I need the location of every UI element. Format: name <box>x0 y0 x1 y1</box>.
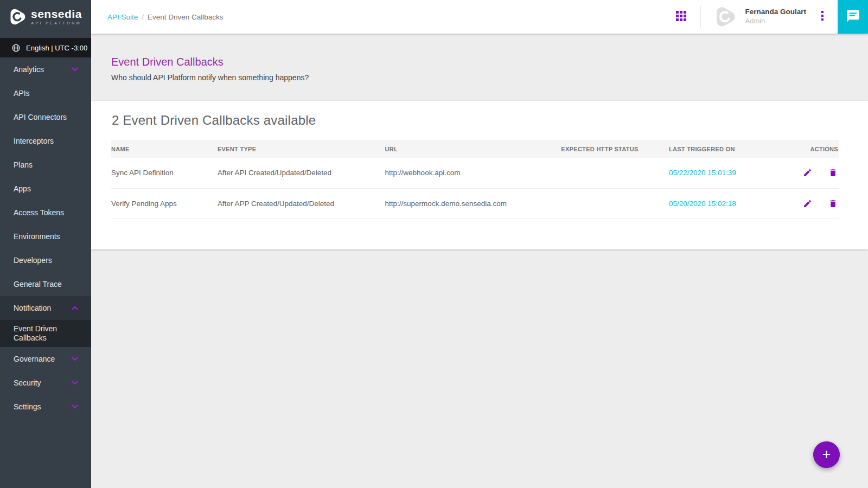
language-label: English | UTC -3:00 <box>26 44 87 52</box>
table-row: Verify Pending Apps After APP Created/Up… <box>111 188 839 219</box>
callbacks-table: NAME EVENT TYPE URL EXPECTED HTTP STATUS… <box>111 140 839 219</box>
brand-name: sensedia <box>31 8 82 20</box>
chevron-down-icon <box>72 357 78 361</box>
cell-url: http://supermock.demo.sensedia.com <box>385 188 561 219</box>
sensedia-pick-icon <box>7 7 27 27</box>
chevron-down-icon <box>72 404 78 409</box>
sidebar-item-event-driven-callbacks[interactable]: Event Driven Callbacks <box>0 320 91 347</box>
sidebar-item-access-tokens[interactable]: Access Tokens <box>0 201 91 224</box>
topbar: API Suite / Event Driven Callbacks Ferna… <box>91 0 868 34</box>
brand-logo[interactable]: sensedia API PLATFORM <box>0 0 91 34</box>
sidebar: sensedia API PLATFORM English | UTC -3:0… <box>0 0 91 488</box>
breadcrumb: API Suite / Event Driven Callbacks <box>107 13 672 21</box>
table-row: Sync API Definition After API Created/Up… <box>111 158 839 188</box>
column-header-event-type: EVENT TYPE <box>218 140 385 158</box>
delete-button[interactable] <box>827 197 839 210</box>
delete-button[interactable] <box>827 166 839 179</box>
main-content: Event Driven Callbacks Who should API Pl… <box>91 34 868 488</box>
trash-icon <box>828 168 838 177</box>
breadcrumb-current: Event Driven Callbacks <box>148 13 224 21</box>
column-header-name: NAME <box>111 140 218 158</box>
sidebar-item-apps[interactable]: Apps <box>0 177 91 201</box>
cell-name: Verify Pending Apps <box>111 188 218 219</box>
cell-event-type: After APP Created/Updated/Deleted <box>218 188 385 219</box>
cell-name: Sync API Definition <box>111 158 218 188</box>
table-header-row: NAME EVENT TYPE URL EXPECTED HTTP STATUS… <box>111 140 839 158</box>
edit-button[interactable] <box>801 166 814 179</box>
user-name: Fernanda Goulart <box>745 8 806 17</box>
sidebar-item-apis[interactable]: APIs <box>0 81 91 105</box>
page-subtitle: Who should API Platform notify when some… <box>111 73 846 82</box>
breadcrumb-separator: / <box>142 13 144 21</box>
user-role: Admin <box>745 17 806 25</box>
sidebar-menu: Analytics APIs API Connectors Intercepto… <box>0 57 91 419</box>
avatar[interactable] <box>712 4 737 29</box>
column-header-expected-http-status: EXPECTED HTTP STATUS <box>561 140 669 158</box>
sidebar-item-environments[interactable]: Environments <box>0 224 91 248</box>
user-info: Fernanda Goulart Admin <box>745 8 806 25</box>
language-selector[interactable]: English | UTC -3:00 <box>0 38 91 57</box>
sidebar-item-security[interactable]: Security <box>0 371 91 395</box>
pencil-icon <box>803 199 812 208</box>
chat-support-button[interactable] <box>838 0 868 34</box>
chat-icon <box>846 9 860 25</box>
user-menu-button[interactable] <box>816 8 829 26</box>
apps-grid-button[interactable] <box>672 7 691 28</box>
apps-grid-icon <box>676 11 686 23</box>
cell-event-type: After API Created/Updated/Deleted <box>218 158 385 188</box>
column-header-last-triggered-on: LAST TRIGGERED ON <box>669 140 797 158</box>
cell-last-triggered-on: 05/22/2020 15:01:39 <box>669 158 797 188</box>
cell-last-triggered-on: 05/20/2020 15:02:18 <box>669 188 797 219</box>
brand-tagline: API PLATFORM <box>31 21 82 25</box>
globe-icon <box>11 43 21 53</box>
sidebar-item-interceptors[interactable]: Interceptors <box>0 129 91 153</box>
edit-button[interactable] <box>801 197 814 210</box>
topbar-divider <box>700 6 701 28</box>
add-callback-button[interactable]: + <box>813 441 840 468</box>
callbacks-panel: 2 Event Driven Callbacks available NAME … <box>91 101 868 249</box>
cell-expected-http-status <box>561 158 669 188</box>
breadcrumb-api-suite[interactable]: API Suite <box>107 13 138 21</box>
chevron-down-icon <box>72 67 78 72</box>
sidebar-item-general-trace[interactable]: General Trace <box>0 272 91 296</box>
chevron-down-icon <box>72 381 78 385</box>
section-title: 2 Event Driven Callbacks available <box>112 113 839 128</box>
page-title: Event Driven Callbacks <box>111 56 846 68</box>
chevron-up-icon <box>72 306 78 310</box>
sidebar-item-developers[interactable]: Developers <box>0 248 91 272</box>
column-header-actions: ACTIONS <box>797 140 839 158</box>
sidebar-item-governance[interactable]: Governance <box>0 347 91 371</box>
trash-icon <box>828 199 838 208</box>
sidebar-item-plans[interactable]: Plans <box>0 153 91 177</box>
kebab-icon <box>821 11 824 23</box>
pencil-icon <box>803 168 812 177</box>
page-header: Event Driven Callbacks Who should API Pl… <box>91 34 868 101</box>
sidebar-item-analytics[interactable]: Analytics <box>0 57 91 81</box>
sidebar-item-notification[interactable]: Notification <box>0 296 91 320</box>
column-header-url: URL <box>385 140 561 158</box>
sidebar-item-settings[interactable]: Settings <box>0 395 91 419</box>
sidebar-item-api-connectors[interactable]: API Connectors <box>0 105 91 129</box>
cell-expected-http-status <box>561 188 669 219</box>
cell-url: http://webhook.api.com <box>385 158 561 188</box>
